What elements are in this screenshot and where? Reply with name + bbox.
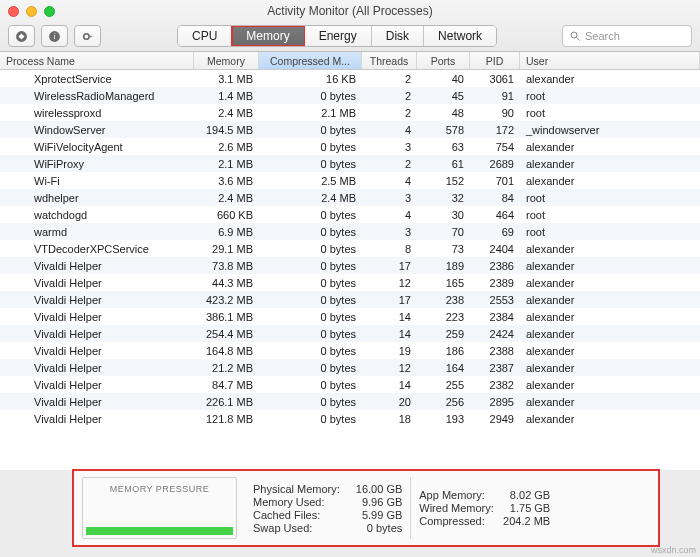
table-row[interactable]: warmd6.9 MB0 bytes37069root bbox=[0, 223, 700, 240]
cell-compressed: 0 bytes bbox=[259, 90, 362, 102]
table-row[interactable]: Vivaldi Helper73.8 MB0 bytes171892386ale… bbox=[0, 257, 700, 274]
cell-threads: 4 bbox=[362, 175, 417, 187]
cell-threads: 12 bbox=[362, 362, 417, 374]
cell-compressed: 0 bytes bbox=[259, 158, 362, 170]
table-row[interactable]: Vivaldi Helper21.2 MB0 bytes121642387ale… bbox=[0, 359, 700, 376]
header-threads[interactable]: Threads bbox=[362, 52, 417, 69]
cell-threads: 2 bbox=[362, 158, 417, 170]
tab-memory[interactable]: Memory bbox=[232, 26, 304, 46]
table-row[interactable]: Vivaldi Helper254.4 MB0 bytes142592424al… bbox=[0, 325, 700, 342]
cell-threads: 19 bbox=[362, 345, 417, 357]
cell-memory: 386.1 MB bbox=[194, 311, 259, 323]
memory-pressure-bar bbox=[86, 527, 233, 535]
table-row[interactable]: WiFiProxy2.1 MB0 bytes2612689alexander bbox=[0, 155, 700, 172]
table-row[interactable]: Vivaldi Helper423.2 MB0 bytes172382553al… bbox=[0, 291, 700, 308]
cell-pid: 464 bbox=[470, 209, 520, 221]
cell-user: alexander bbox=[520, 141, 700, 153]
header-ports[interactable]: Ports bbox=[417, 52, 470, 69]
table-row[interactable]: watchdogd660 KB0 bytes430464root bbox=[0, 206, 700, 223]
cell-user: alexander bbox=[520, 73, 700, 85]
cell-threads: 17 bbox=[362, 260, 417, 272]
cell-ports: 238 bbox=[417, 294, 470, 306]
tab-cpu[interactable]: CPU bbox=[178, 26, 232, 46]
cell-threads: 2 bbox=[362, 90, 417, 102]
cell-name: Wi-Fi bbox=[0, 175, 194, 187]
stat-label: Memory Used: bbox=[253, 496, 325, 508]
close-button[interactable] bbox=[8, 6, 19, 17]
memory-stats-left: Physical Memory:16.00 GBMemory Used:9.96… bbox=[245, 477, 411, 539]
cell-pid: 91 bbox=[470, 90, 520, 102]
table-row[interactable]: wdhelper2.4 MB2.4 MB33284root bbox=[0, 189, 700, 206]
stop-process-button[interactable] bbox=[8, 25, 35, 47]
tab-disk[interactable]: Disk bbox=[372, 26, 424, 46]
stat-value: 8.02 GB bbox=[510, 489, 550, 501]
table-row[interactable]: WirelessRadioManagerd1.4 MB0 bytes24591r… bbox=[0, 87, 700, 104]
cell-pid: 2404 bbox=[470, 243, 520, 255]
cell-compressed: 0 bytes bbox=[259, 413, 362, 425]
maximize-button[interactable] bbox=[44, 6, 55, 17]
cell-name: Vivaldi Helper bbox=[0, 260, 194, 272]
cell-memory: 84.7 MB bbox=[194, 379, 259, 391]
header-process-name[interactable]: Process Name bbox=[0, 52, 194, 69]
stat-label: Wired Memory: bbox=[419, 502, 494, 514]
gear-icon bbox=[81, 30, 94, 43]
cell-memory: 423.2 MB bbox=[194, 294, 259, 306]
table-row[interactable]: VTDecoderXPCService29.1 MB0 bytes8732404… bbox=[0, 240, 700, 257]
cell-pid: 3061 bbox=[470, 73, 520, 85]
cell-ports: 40 bbox=[417, 73, 470, 85]
cell-threads: 17 bbox=[362, 294, 417, 306]
header-pid[interactable]: PID bbox=[470, 52, 520, 69]
memory-pressure-label: MEMORY PRESSURE bbox=[83, 478, 236, 494]
cell-memory: 254.4 MB bbox=[194, 328, 259, 340]
cell-name: VTDecoderXPCService bbox=[0, 243, 194, 255]
cell-name: Vivaldi Helper bbox=[0, 328, 194, 340]
stat-value: 1.75 GB bbox=[510, 502, 550, 514]
search-input[interactable]: Search bbox=[562, 25, 692, 47]
cell-user: alexander bbox=[520, 328, 700, 340]
table-row[interactable]: Wi-Fi3.6 MB2.5 MB4152701alexander bbox=[0, 172, 700, 189]
settings-button[interactable] bbox=[74, 25, 101, 47]
table-row[interactable]: wirelessproxd2.4 MB2.1 MB24890root bbox=[0, 104, 700, 121]
table-row[interactable]: Vivaldi Helper44.3 MB0 bytes121652389ale… bbox=[0, 274, 700, 291]
cell-threads: 2 bbox=[362, 107, 417, 119]
cell-compressed: 0 bytes bbox=[259, 141, 362, 153]
table-row[interactable]: WiFiVelocityAgent2.6 MB0 bytes363754alex… bbox=[0, 138, 700, 155]
cell-name: Vivaldi Helper bbox=[0, 362, 194, 374]
table-row[interactable]: Vivaldi Helper121.8 MB0 bytes181932949al… bbox=[0, 410, 700, 427]
cell-compressed: 2.4 MB bbox=[259, 192, 362, 204]
titlebar: Activity Monitor (All Processes) i CPU M… bbox=[0, 0, 700, 52]
tab-network[interactable]: Network bbox=[424, 26, 496, 46]
cell-compressed: 0 bytes bbox=[259, 379, 362, 391]
cell-memory: 164.8 MB bbox=[194, 345, 259, 357]
cell-threads: 3 bbox=[362, 141, 417, 153]
cell-compressed: 0 bytes bbox=[259, 345, 362, 357]
cell-ports: 45 bbox=[417, 90, 470, 102]
cell-pid: 90 bbox=[470, 107, 520, 119]
minimize-button[interactable] bbox=[26, 6, 37, 17]
tab-energy[interactable]: Energy bbox=[305, 26, 372, 46]
info-button[interactable]: i bbox=[41, 25, 68, 47]
stat-label: App Memory: bbox=[419, 489, 484, 501]
cell-ports: 189 bbox=[417, 260, 470, 272]
cell-user: alexander bbox=[520, 345, 700, 357]
cell-compressed: 0 bytes bbox=[259, 209, 362, 221]
cell-ports: 256 bbox=[417, 396, 470, 408]
table-row[interactable]: Vivaldi Helper84.7 MB0 bytes142552382ale… bbox=[0, 376, 700, 393]
cell-ports: 578 bbox=[417, 124, 470, 136]
table-row[interactable]: Vivaldi Helper226.1 MB0 bytes202562895al… bbox=[0, 393, 700, 410]
cell-ports: 32 bbox=[417, 192, 470, 204]
cell-memory: 2.6 MB bbox=[194, 141, 259, 153]
header-user[interactable]: User bbox=[520, 52, 700, 69]
table-row[interactable]: WindowServer194.5 MB0 bytes4578172_windo… bbox=[0, 121, 700, 138]
header-memory[interactable]: Memory bbox=[194, 52, 259, 69]
cell-threads: 18 bbox=[362, 413, 417, 425]
header-compressed[interactable]: Compressed M... bbox=[259, 52, 362, 69]
info-icon: i bbox=[48, 30, 61, 43]
table-row[interactable]: Vivaldi Helper164.8 MB0 bytes191862388al… bbox=[0, 342, 700, 359]
cell-compressed: 0 bytes bbox=[259, 260, 362, 272]
table-row[interactable]: XprotectService3.1 MB16 KB2403061alexand… bbox=[0, 70, 700, 87]
cell-name: Vivaldi Helper bbox=[0, 345, 194, 357]
table-row[interactable]: Vivaldi Helper386.1 MB0 bytes142232384al… bbox=[0, 308, 700, 325]
stop-icon bbox=[15, 30, 28, 43]
cell-ports: 193 bbox=[417, 413, 470, 425]
